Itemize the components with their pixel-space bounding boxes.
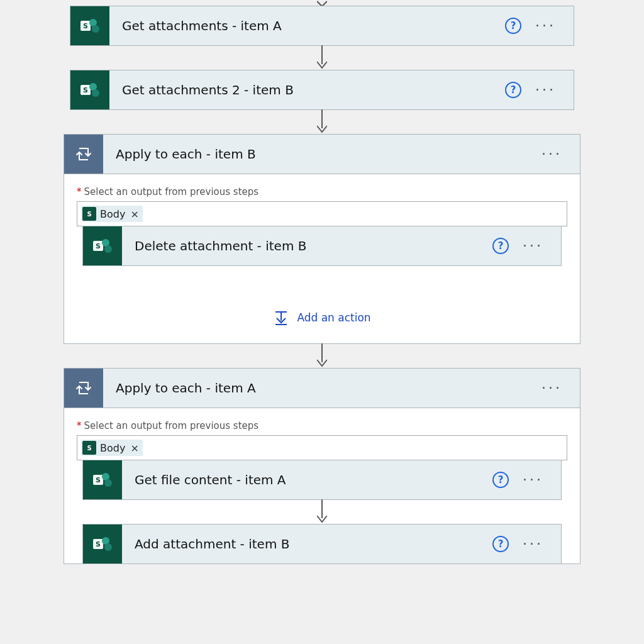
output-token-field[interactable]: S Body × bbox=[77, 435, 567, 460]
dynamic-token-body[interactable]: S Body × bbox=[81, 440, 143, 456]
add-action-button[interactable]: Add an action bbox=[77, 309, 567, 326]
remove-token-icon[interactable]: × bbox=[129, 442, 138, 454]
container-title: Apply to each - item B bbox=[103, 147, 541, 162]
help-icon[interactable]: ? bbox=[505, 18, 521, 34]
loop-icon bbox=[64, 135, 103, 174]
step-title: Delete attachment - item B bbox=[122, 238, 492, 253]
step-get-attachments-b[interactable]: S Get attachments 2 - item B ? ··· bbox=[70, 70, 574, 109]
ellipsis-icon[interactable]: ··· bbox=[523, 537, 543, 551]
help-icon[interactable]: ? bbox=[492, 536, 509, 552]
sharepoint-icon: S bbox=[70, 6, 109, 45]
loop-icon bbox=[64, 369, 103, 408]
step-get-file-content-a[interactable]: S Get file content - item A ? ··· bbox=[83, 460, 561, 499]
svg-text:S: S bbox=[96, 476, 101, 484]
container-apply-to-each-b[interactable]: Apply to each - item B ··· *Select an ou… bbox=[64, 135, 580, 343]
step-title: Get file content - item A bbox=[122, 472, 492, 487]
sharepoint-icon: S bbox=[70, 70, 109, 109]
svg-point-7 bbox=[92, 89, 99, 97]
add-action-icon bbox=[273, 309, 289, 326]
step-get-attachments-a[interactable]: S Get attachments - item A ? ··· bbox=[70, 6, 574, 45]
ellipsis-icon[interactable]: ··· bbox=[523, 473, 543, 487]
flow-arrow bbox=[317, 109, 327, 135]
ellipsis-icon[interactable]: ··· bbox=[535, 19, 556, 33]
flow-arrow bbox=[317, 343, 327, 369]
help-icon[interactable]: ? bbox=[505, 82, 521, 98]
svg-point-11 bbox=[104, 245, 112, 253]
flow-arrow-top bbox=[317, 0, 327, 6]
step-title: Add attachment - item B bbox=[122, 536, 492, 552]
step-title: Get attachments 2 - item B bbox=[109, 82, 505, 97]
flow-arrow bbox=[317, 45, 327, 70]
container-title: Apply to each - item A bbox=[103, 380, 541, 396]
svg-point-19 bbox=[104, 543, 112, 551]
svg-text:S: S bbox=[96, 540, 101, 548]
step-title: Get attachments - item A bbox=[109, 18, 505, 33]
help-icon[interactable]: ? bbox=[492, 238, 509, 254]
ellipsis-icon[interactable]: ··· bbox=[541, 147, 562, 161]
field-label: *Select an output from previous steps bbox=[77, 186, 567, 197]
token-label: Body bbox=[100, 208, 125, 220]
add-action-label: Add an action bbox=[297, 311, 370, 324]
output-token-field[interactable]: S Body × bbox=[77, 201, 567, 226]
step-add-attachment-b[interactable]: S Add attachment - item B ? ··· bbox=[83, 525, 561, 564]
sharepoint-icon: S bbox=[83, 525, 122, 564]
svg-text:S: S bbox=[83, 86, 88, 94]
help-icon[interactable]: ? bbox=[492, 472, 509, 488]
step-delete-attachment-b[interactable]: S Delete attachment - item B ? ··· bbox=[83, 226, 561, 265]
svg-text:S: S bbox=[83, 22, 88, 30]
svg-point-3 bbox=[92, 25, 99, 33]
token-label: Body bbox=[100, 442, 125, 454]
ellipsis-icon[interactable]: ··· bbox=[541, 381, 562, 395]
container-apply-to-each-a[interactable]: Apply to each - item A ··· *Select an ou… bbox=[64, 369, 580, 564]
sharepoint-icon: S bbox=[83, 460, 122, 499]
ellipsis-icon[interactable]: ··· bbox=[523, 239, 543, 253]
sharepoint-icon: S bbox=[83, 226, 122, 265]
field-label: *Select an output from previous steps bbox=[77, 420, 567, 431]
sharepoint-icon: S bbox=[82, 441, 96, 455]
sharepoint-icon: S bbox=[82, 207, 96, 221]
ellipsis-icon[interactable]: ··· bbox=[535, 83, 556, 97]
dynamic-token-body[interactable]: S Body × bbox=[81, 206, 143, 222]
flow-arrow bbox=[77, 499, 567, 525]
remove-token-icon[interactable]: × bbox=[129, 208, 138, 220]
svg-point-15 bbox=[104, 479, 112, 487]
svg-text:S: S bbox=[96, 242, 101, 250]
